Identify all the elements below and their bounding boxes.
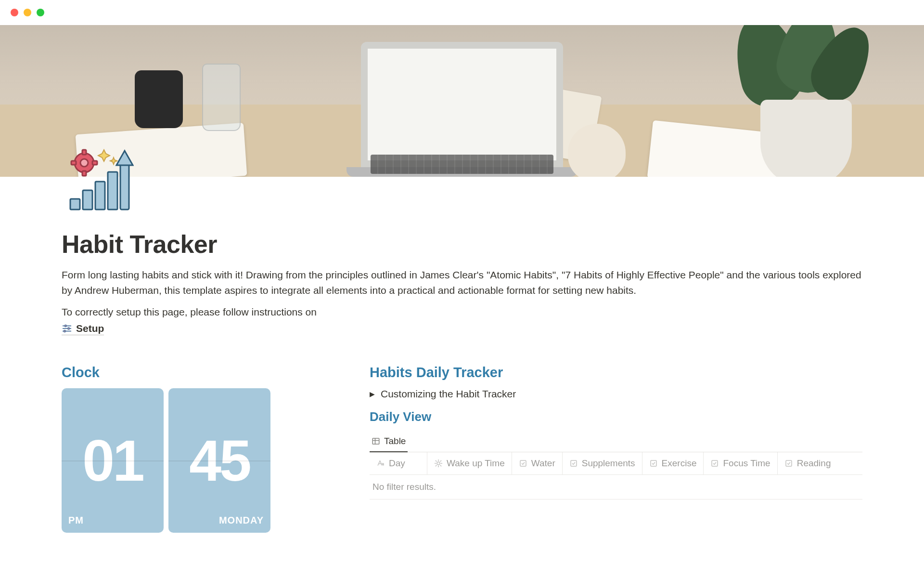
svg-rect-6 xyxy=(70,199,80,210)
customize-toggle[interactable]: ▶ Customizing the Habit Tracker xyxy=(370,388,862,400)
page-description[interactable]: Form long lasting habits and stick with … xyxy=(62,267,862,298)
page-icon[interactable] xyxy=(62,142,134,214)
column-header-wake-up-time[interactable]: Wake up Time xyxy=(427,452,512,474)
svg-line-27 xyxy=(436,465,436,466)
clock-heading[interactable]: Clock xyxy=(62,365,317,381)
column-header-supplements[interactable]: Supplements xyxy=(563,452,642,474)
svg-rect-2 xyxy=(82,150,86,155)
clock-ampm: PM xyxy=(68,515,84,526)
clock-hour-card: 01 PM xyxy=(62,388,164,533)
table-empty-state: No filter results. xyxy=(370,475,862,499)
svg-point-12 xyxy=(64,325,66,327)
checkbox-icon xyxy=(710,459,719,468)
column-header-water[interactable]: Water xyxy=(512,452,563,474)
svg-rect-4 xyxy=(71,161,76,165)
triangle-right-icon: ▶ xyxy=(370,390,375,398)
svg-point-14 xyxy=(68,328,70,329)
page-title[interactable]: Habit Tracker xyxy=(62,230,862,259)
svg-point-1 xyxy=(80,159,88,167)
setup-page-link[interactable]: Setup xyxy=(62,323,104,335)
sun-icon xyxy=(434,459,443,468)
cover-image[interactable] xyxy=(0,25,924,177)
clock-day: MONDAY xyxy=(219,515,264,526)
title-icon xyxy=(376,459,385,468)
daily-view-heading[interactable]: Daily View xyxy=(370,409,862,424)
svg-rect-7 xyxy=(83,190,92,210)
clock-widget: 01 PM 45 MONDAY xyxy=(62,388,317,533)
svg-rect-31 xyxy=(651,460,656,466)
svg-rect-29 xyxy=(520,460,526,466)
svg-rect-32 xyxy=(712,460,718,466)
svg-rect-10 xyxy=(120,162,129,210)
checkbox-icon xyxy=(569,459,578,468)
customize-toggle-label: Customizing the Habit Tracker xyxy=(381,388,516,400)
column-header-reading[interactable]: Reading xyxy=(778,452,838,474)
checkbox-icon xyxy=(784,459,793,468)
svg-rect-3 xyxy=(82,171,86,176)
checkbox-icon xyxy=(519,459,527,468)
clock-minute-card: 45 MONDAY xyxy=(168,388,270,533)
checkbox-icon xyxy=(649,459,658,468)
table-icon xyxy=(372,437,380,446)
svg-line-26 xyxy=(440,465,441,466)
svg-rect-30 xyxy=(571,460,577,466)
window-controls xyxy=(0,0,924,25)
window-close-button[interactable] xyxy=(11,9,18,16)
column-header-focus-time[interactable]: Focus Time xyxy=(704,452,777,474)
window-maximize-button[interactable] xyxy=(37,9,44,16)
clock-minute: 45 xyxy=(189,432,249,489)
svg-line-25 xyxy=(436,460,436,461)
column-header-exercise[interactable]: Exercise xyxy=(642,452,704,474)
svg-point-20 xyxy=(437,462,440,465)
tab-table-label: Table xyxy=(384,436,406,447)
clock-hour: 01 xyxy=(82,432,142,489)
view-tabbar: Table xyxy=(370,432,862,452)
svg-line-28 xyxy=(440,460,441,461)
svg-rect-17 xyxy=(372,438,379,444)
table-header-row: Day Wake up Time Water Supplements Exerc… xyxy=(370,452,862,475)
setup-link-label: Setup xyxy=(76,323,104,334)
svg-rect-5 xyxy=(92,161,97,165)
tab-table[interactable]: Table xyxy=(370,432,408,452)
svg-point-16 xyxy=(64,330,66,332)
settings-sliders-icon xyxy=(62,323,72,334)
svg-rect-33 xyxy=(786,460,792,466)
setup-instruction-text[interactable]: To correctly setup this page, please fol… xyxy=(62,306,862,318)
window-minimize-button[interactable] xyxy=(24,9,31,16)
column-header-day[interactable]: Day xyxy=(370,452,427,474)
svg-rect-9 xyxy=(108,172,117,210)
tracker-heading[interactable]: Habits Daily Tracker xyxy=(370,365,862,381)
svg-rect-8 xyxy=(95,182,105,210)
